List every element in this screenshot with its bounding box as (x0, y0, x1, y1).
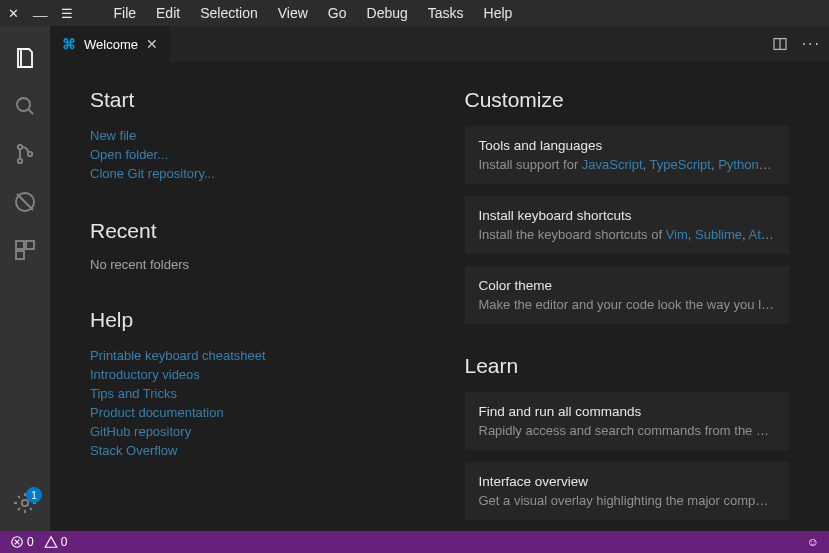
card-inline-link[interactable]: TypeScript (650, 157, 711, 172)
tab-title: Welcome (84, 37, 138, 52)
help-link[interactable]: Product documentation (90, 403, 415, 422)
card-inline-link[interactable]: Sublime (695, 227, 742, 242)
activity-settings-badge: 1 (26, 487, 42, 503)
more-actions-icon[interactable]: ··· (802, 35, 821, 53)
help-link[interactable]: Stack Overflow (90, 441, 415, 460)
start-link[interactable]: Clone Git repository... (90, 164, 415, 183)
activity-bar: 1 (0, 26, 50, 531)
search-icon (13, 94, 37, 118)
menu-help[interactable]: Help (474, 2, 523, 24)
customize-card[interactable]: Color themeMake the editor and your code… (465, 266, 790, 324)
status-warnings-count: 0 (61, 535, 68, 549)
split-editor-icon[interactable] (772, 36, 788, 52)
card-desc: Install support for JavaScript, TypeScri… (479, 157, 776, 172)
status-errors-count: 0 (27, 535, 34, 549)
card-title[interactable]: Find and run all commands (479, 404, 776, 419)
titlebar: ✕ __ ☰ FileEditSelectionViewGoDebugTasks… (0, 0, 829, 26)
tab-close-icon[interactable]: ✕ (146, 36, 158, 52)
window-controls: ✕ __ ☰ (8, 6, 73, 21)
vscode-icon: ⌘ (62, 36, 76, 52)
svg-rect-9 (16, 251, 24, 259)
card-inline-link[interactable]: JavaScript (582, 157, 643, 172)
debug-icon (13, 190, 37, 214)
welcome-left-column: Start New fileOpen folder...Clone Git re… (90, 88, 415, 531)
tab-welcome[interactable]: ⌘ Welcome ✕ (50, 26, 170, 62)
card-desc: Make the editor and your code look the w… (479, 297, 776, 312)
menu-edit[interactable]: Edit (146, 2, 190, 24)
card-title[interactable]: Install keyboard shortcuts (479, 208, 776, 223)
customize-card[interactable]: Tools and languagesInstall support for J… (465, 126, 790, 184)
menubar: FileEditSelectionViewGoDebugTasksHelp (103, 2, 522, 24)
svg-rect-7 (16, 241, 24, 249)
window-minimize-icon[interactable]: __ (33, 2, 47, 17)
start-link[interactable]: Open folder... (90, 145, 415, 164)
card-desc: Rapidly access and search commands from … (479, 423, 776, 438)
menu-go[interactable]: Go (318, 2, 357, 24)
help-link[interactable]: Introductory videos (90, 365, 415, 384)
learn-heading: Learn (465, 354, 790, 378)
tab-bar: ⌘ Welcome ✕ ··· (50, 26, 829, 62)
menu-tasks[interactable]: Tasks (418, 2, 474, 24)
warning-icon (44, 535, 58, 549)
card-title[interactable]: Tools and languages (479, 138, 776, 153)
window-close-icon[interactable]: ✕ (8, 6, 19, 21)
recent-section: Recent No recent folders (90, 219, 415, 272)
error-icon (10, 535, 24, 549)
menu-view[interactable]: View (268, 2, 318, 24)
help-section: Help Printable keyboard cheatsheetIntrod… (90, 308, 415, 460)
editor-actions: ··· (772, 35, 821, 53)
editor-area: ⌘ Welcome ✕ ··· Start New fileOpen folde… (50, 26, 829, 531)
status-feedback[interactable]: ☺ (807, 535, 819, 549)
welcome-right-column: Customize Tools and languagesInstall sup… (465, 88, 790, 531)
svg-point-2 (18, 145, 22, 149)
card-inline-link[interactable]: Atom (749, 227, 775, 242)
start-section: Start New fileOpen folder...Clone Git re… (90, 88, 415, 183)
card-title[interactable]: Color theme (479, 278, 776, 293)
svg-line-1 (29, 110, 34, 115)
welcome-page: Start New fileOpen folder...Clone Git re… (50, 62, 829, 531)
svg-line-6 (17, 194, 33, 210)
activity-settings[interactable] (0, 479, 50, 527)
activity-explorer[interactable] (0, 34, 50, 82)
card-title[interactable]: Interface overview (479, 474, 776, 489)
source-control-icon (13, 142, 37, 166)
svg-rect-8 (26, 241, 34, 249)
activity-search[interactable] (0, 82, 50, 130)
learn-card[interactable]: Interface overviewGet a visual overlay h… (465, 462, 790, 520)
card-inline-link[interactable]: Python (718, 157, 771, 172)
card-inline-link[interactable]: Vim (666, 227, 688, 242)
activity-debug[interactable] (0, 178, 50, 226)
menu-file[interactable]: File (103, 2, 146, 24)
customize-heading: Customize (465, 88, 790, 112)
card-desc: Get a visual overlay highlighting the ma… (479, 493, 776, 508)
main-row: 1 ⌘ Welcome ✕ ··· Start New fileOpen fol… (0, 26, 829, 531)
files-icon (13, 46, 37, 70)
customize-card[interactable]: Install keyboard shortcutsInstall the ke… (465, 196, 790, 254)
help-link[interactable]: GitHub repository (90, 422, 415, 441)
extensions-icon (13, 238, 37, 262)
recent-empty: No recent folders (90, 257, 415, 272)
help-link[interactable]: Tips and Tricks (90, 384, 415, 403)
learn-card[interactable]: Find and run all commandsRapidly access … (465, 392, 790, 450)
recent-heading: Recent (90, 219, 415, 243)
menu-debug[interactable]: Debug (357, 2, 418, 24)
window-menu-icon[interactable]: ☰ (61, 6, 73, 21)
svg-point-3 (18, 159, 22, 163)
activity-extensions[interactable] (0, 226, 50, 274)
help-heading: Help (90, 308, 415, 332)
status-errors[interactable]: 0 (10, 535, 34, 549)
start-heading: Start (90, 88, 415, 112)
card-desc: Install the keyboard shortcuts of Vim, S… (479, 227, 776, 242)
svg-point-0 (17, 98, 30, 111)
menu-selection[interactable]: Selection (190, 2, 268, 24)
start-link[interactable]: New file (90, 126, 415, 145)
status-warnings[interactable]: 0 (44, 535, 68, 549)
status-bar: 0 0 ☺ (0, 531, 829, 553)
help-link[interactable]: Printable keyboard cheatsheet (90, 346, 415, 365)
svg-point-10 (22, 500, 28, 506)
smiley-icon: ☺ (807, 535, 819, 549)
activity-scm[interactable] (0, 130, 50, 178)
svg-point-4 (28, 152, 32, 156)
